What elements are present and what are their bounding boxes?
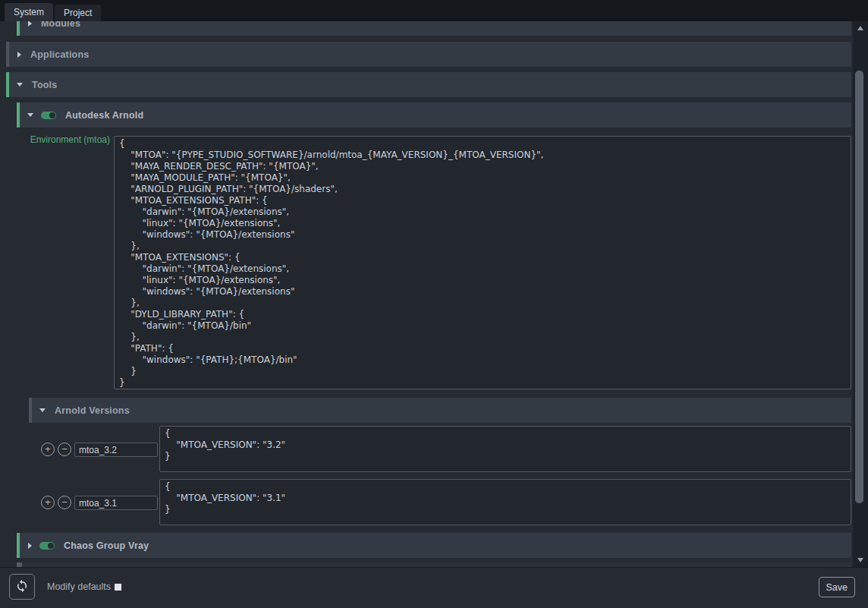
section-header-modules[interactable]: Modules (17, 21, 851, 36)
chevron-right-icon[interactable] (17, 52, 21, 58)
environment-mtoa-textarea[interactable]: { "MTOA": "{PYPE_STUDIO_SOFTWARE}/arnold… (114, 136, 851, 389)
chevron-right-icon[interactable] (28, 21, 32, 27)
section-header-arnold-versions[interactable]: Arnold Versions (29, 398, 851, 423)
enabled-toggle[interactable] (39, 542, 55, 550)
enabled-toggle[interactable] (41, 112, 56, 119)
remove-version-button[interactable]: − (58, 443, 71, 456)
tab-bar: System Project (0, 0, 868, 21)
add-version-button[interactable]: + (41, 496, 55, 509)
section-header-applications[interactable]: Applications (6, 42, 851, 67)
settings-scroll-area: Modules Applications Tools Autodesk Arno… (0, 21, 853, 567)
modify-defaults-checkbox[interactable] (115, 584, 121, 591)
chevron-right-icon[interactable] (28, 543, 32, 549)
environment-mtoa-label: Environment (mtoa) (19, 134, 110, 145)
version-row-mtoa-3.2: + − { "MTOA_VERSION": "3.2" } (29, 426, 851, 472)
version-row-mtoa-3.1: + − { "MTOA_VERSION": "3.1" } (29, 479, 851, 525)
section-label: Tools (32, 80, 57, 90)
section-label: Modules (41, 21, 80, 29)
section-label: Autodesk Arnold (65, 110, 143, 121)
tab-project[interactable]: Project (55, 5, 101, 21)
scroll-up-icon[interactable] (857, 26, 863, 30)
refresh-button[interactable] (9, 574, 35, 600)
refresh-icon (15, 579, 29, 595)
modify-defaults-label: Modify defaults (47, 581, 111, 592)
section-label: Chaos Group Vray (64, 540, 149, 551)
scroll-down-icon[interactable] (857, 558, 863, 562)
section-header-autodesk-arnold[interactable]: Autodesk Arnold (17, 102, 851, 128)
section-header-chaos-group-vray[interactable]: Chaos Group Vray (17, 533, 851, 558)
chevron-down-icon[interactable] (27, 113, 33, 117)
tab-system[interactable]: System (5, 3, 53, 21)
add-version-button[interactable]: + (41, 443, 55, 456)
version-key-input[interactable] (74, 443, 158, 457)
version-key-input[interactable] (74, 496, 158, 510)
version-value-textarea[interactable]: { "MTOA_VERSION": "3.2" } (159, 426, 851, 472)
settings-window: System Project Modules Applications Tool… (0, 0, 868, 608)
footer-bar: Modify defaults Save (0, 567, 868, 608)
section-label: Applications (30, 49, 89, 60)
vertical-scrollbar (853, 21, 868, 567)
chevron-down-icon[interactable] (17, 83, 23, 87)
scrollbar-thumb[interactable] (855, 71, 863, 503)
version-value-textarea[interactable]: { "MTOA_VERSION": "3.1" } (159, 479, 851, 525)
save-button[interactable]: Save (819, 577, 856, 597)
remove-version-button[interactable]: − (58, 496, 71, 509)
chevron-down-icon[interactable] (39, 408, 46, 412)
section-header-tools[interactable]: Tools (6, 72, 851, 97)
section-label: Arnold Versions (55, 405, 130, 416)
